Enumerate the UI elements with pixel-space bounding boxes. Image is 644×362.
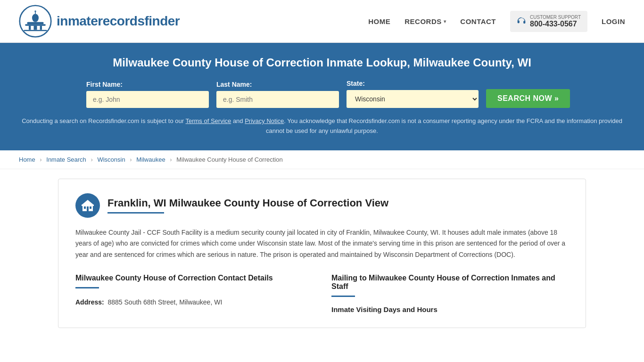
svg-point-1 xyxy=(32,14,39,22)
terms-link[interactable]: Terms of Service xyxy=(185,117,231,124)
breadcrumb-inmate-search[interactable]: Inmate Search xyxy=(46,156,86,163)
mailing-title: Mailing to Milwaukee County House of Cor… xyxy=(331,274,569,291)
state-group: State: Wisconsin xyxy=(347,80,479,108)
breadcrumb-wisconsin[interactable]: Wisconsin xyxy=(97,156,125,163)
breadcrumb-current: Milwaukee County House of Correction xyxy=(176,156,282,163)
address-row: Address: 8885 South 68th Street, Milwauk… xyxy=(75,297,313,308)
svg-rect-11 xyxy=(84,206,86,209)
visiting-hours: Inmate Visiting Days and Hours xyxy=(331,305,569,313)
support-text-block: CUSTOMER SUPPORT 800-433-0567 xyxy=(530,15,581,28)
visiting-title: Inmate Visiting Days and Hours xyxy=(331,305,569,313)
search-button[interactable]: SEARCH NOW » xyxy=(486,89,570,108)
svg-point-9 xyxy=(34,10,36,12)
facility-title: Franklin, WI Milwaukee County House of C… xyxy=(107,197,388,209)
mailing-underline xyxy=(331,296,355,297)
svg-rect-6 xyxy=(40,26,42,30)
logo[interactable]: inmaterecordsfinder xyxy=(19,5,180,38)
svg-rect-5 xyxy=(34,26,37,30)
main-content: Franklin, WI Milwaukee County House of C… xyxy=(39,179,605,328)
svg-marker-15 xyxy=(82,200,93,205)
main-nav: HOME RECORDS ▾ CONTACT CUSTOMER SUPPORT … xyxy=(368,11,625,32)
nav-records[interactable]: RECORDS ▾ xyxy=(405,17,446,25)
svg-rect-14 xyxy=(82,205,94,206)
breadcrumb-sep-2: › xyxy=(91,156,92,163)
breadcrumb-sep-1: › xyxy=(40,156,41,163)
facility-header: Franklin, WI Milwaukee County House of C… xyxy=(75,193,569,218)
search-form: First Name: Last Name: State: Wisconsin … xyxy=(86,80,558,108)
last-name-input[interactable] xyxy=(216,91,339,108)
first-name-input[interactable] xyxy=(86,91,209,108)
first-name-label: First Name: xyxy=(86,81,209,88)
address-label: Address: xyxy=(75,298,104,306)
breadcrumb-home[interactable]: Home xyxy=(19,156,35,163)
privacy-link[interactable]: Privacy Notice xyxy=(245,117,284,124)
last-name-group: Last Name: xyxy=(216,81,339,108)
contact-underline xyxy=(75,287,99,288)
address-value: 8885 South 68th Street, Milwaukee, WI xyxy=(107,298,222,306)
logo-text: inmaterecordsfinder xyxy=(57,14,180,29)
contact-section: Milwaukee County House of Correction Con… xyxy=(75,274,313,313)
facility-description: Milwaukee County Jail - CCF South Facili… xyxy=(75,227,569,261)
facility-icon xyxy=(75,193,100,218)
site-header: inmaterecordsfinder HOME RECORDS ▾ CONTA… xyxy=(0,0,644,43)
breadcrumb-milwaukee[interactable]: Milwaukee xyxy=(136,156,165,163)
contact-title: Milwaukee County House of Correction Con… xyxy=(75,274,313,282)
content-card: Franklin, WI Milwaukee County House of C… xyxy=(58,179,586,328)
page-title: Milwaukee County House of Correction Inm… xyxy=(19,56,625,69)
logo-icon xyxy=(19,5,52,38)
nav-home[interactable]: HOME xyxy=(368,17,390,25)
building-icon xyxy=(81,199,94,212)
svg-rect-13 xyxy=(90,206,91,209)
breadcrumb-sep-3: › xyxy=(130,156,132,163)
svg-rect-16 xyxy=(87,209,89,211)
nav-login[interactable]: LOGIN xyxy=(602,17,625,25)
nav-contact[interactable]: CONTACT xyxy=(460,17,496,25)
disclaimer-text: Conducting a search on Recordsfinder.com… xyxy=(19,116,625,136)
hero-section: Milwaukee County House of Correction Inm… xyxy=(0,43,644,150)
state-select[interactable]: Wisconsin xyxy=(347,90,479,108)
mailing-section: Mailing to Milwaukee County House of Cor… xyxy=(331,274,569,313)
breadcrumb-sep-4: › xyxy=(170,156,172,163)
breadcrumb: Home › Inmate Search › Wisconsin › Milwa… xyxy=(0,150,644,169)
svg-rect-4 xyxy=(29,26,31,30)
state-label: State: xyxy=(347,80,479,87)
svg-rect-3 xyxy=(25,24,46,26)
last-name-label: Last Name: xyxy=(216,81,339,88)
svg-rect-7 xyxy=(24,30,47,31)
facility-title-block: Franklin, WI Milwaukee County House of C… xyxy=(107,197,388,214)
customer-support-box[interactable]: CUSTOMER SUPPORT 800-433-0567 xyxy=(510,11,587,32)
headset-icon xyxy=(517,16,526,26)
title-underline xyxy=(107,212,164,214)
first-name-group: First Name: xyxy=(86,81,209,108)
chevron-down-icon: ▾ xyxy=(444,19,446,24)
svg-rect-2 xyxy=(27,22,44,24)
svg-rect-12 xyxy=(87,206,89,209)
two-col-section: Milwaukee County House of Correction Con… xyxy=(75,274,569,313)
